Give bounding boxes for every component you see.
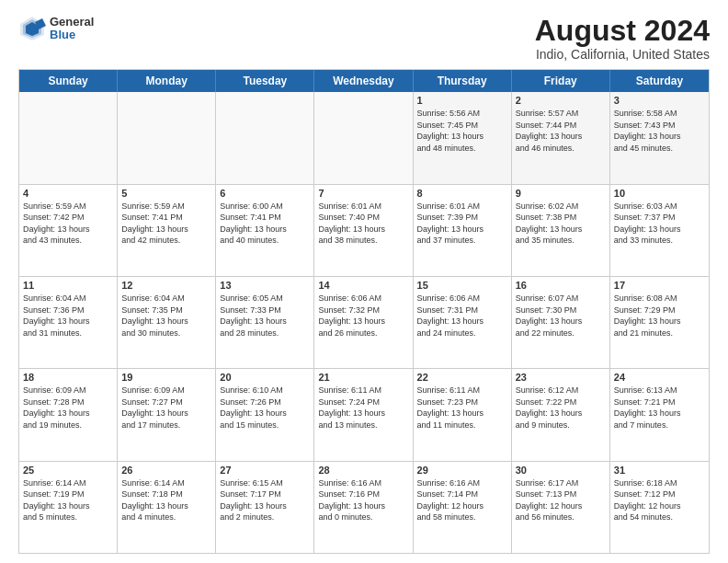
cell-info: Sunrise: 6:15 AM Sunset: 7:17 PM Dayligh… [220,477,310,523]
header-saturday: Saturday [610,70,709,92]
table-row: 16Sunrise: 6:07 AM Sunset: 7:30 PM Dayli… [512,277,610,368]
day-number: 11 [23,280,113,291]
table-row: 5Sunrise: 5:59 AM Sunset: 7:41 PM Daylig… [118,185,216,276]
header-sunday: Sunday [19,70,118,92]
cell-info: Sunrise: 6:11 AM Sunset: 7:23 PM Dayligh… [417,385,507,431]
cell-info: Sunrise: 6:04 AM Sunset: 7:35 PM Dayligh… [121,293,211,339]
logo-text: General Blue [50,16,94,42]
day-number: 3 [614,95,705,106]
cell-info: Sunrise: 6:09 AM Sunset: 7:28 PM Dayligh… [23,385,113,431]
day-number: 16 [516,280,606,291]
table-row [216,92,314,183]
day-number: 14 [318,280,408,291]
day-number: 30 [516,465,606,476]
cell-info: Sunrise: 6:06 AM Sunset: 7:32 PM Dayligh… [318,293,408,339]
table-row: 1Sunrise: 5:56 AM Sunset: 7:45 PM Daylig… [414,92,512,183]
table-row [314,92,413,183]
table-row: 12Sunrise: 6:04 AM Sunset: 7:35 PM Dayli… [118,277,216,368]
cell-info: Sunrise: 5:56 AM Sunset: 7:45 PM Dayligh… [417,108,507,154]
cell-info: Sunrise: 6:03 AM Sunset: 7:37 PM Dayligh… [614,201,705,247]
title-block: August 2024 Indio, California, United St… [535,15,710,62]
cell-info: Sunrise: 6:00 AM Sunset: 7:41 PM Dayligh… [220,201,310,247]
cell-info: Sunrise: 6:06 AM Sunset: 7:31 PM Dayligh… [417,293,507,339]
cell-info: Sunrise: 6:10 AM Sunset: 7:26 PM Dayligh… [220,385,310,431]
cell-info: Sunrise: 6:01 AM Sunset: 7:40 PM Dayligh… [318,201,408,247]
day-number: 5 [121,188,211,199]
cell-info: Sunrise: 6:13 AM Sunset: 7:21 PM Dayligh… [614,385,705,431]
day-number: 23 [516,372,606,383]
calendar-row-0: 1Sunrise: 5:56 AM Sunset: 7:45 PM Daylig… [19,92,709,184]
day-number: 15 [417,280,507,291]
calendar-subtitle: Indio, California, United States [535,47,710,62]
table-row: 27Sunrise: 6:15 AM Sunset: 7:17 PM Dayli… [216,462,314,553]
table-row: 24Sunrise: 6:13 AM Sunset: 7:21 PM Dayli… [610,369,709,460]
day-number: 22 [417,372,507,383]
day-number: 13 [220,280,310,291]
cell-info: Sunrise: 6:11 AM Sunset: 7:24 PM Dayligh… [318,385,408,431]
table-row: 20Sunrise: 6:10 AM Sunset: 7:26 PM Dayli… [216,369,314,460]
header-thursday: Thursday [414,70,512,92]
day-number: 26 [121,465,211,476]
day-number: 10 [614,188,705,199]
day-number: 17 [614,280,705,291]
table-row: 17Sunrise: 6:08 AM Sunset: 7:29 PM Dayli… [610,277,709,368]
day-number: 24 [614,372,705,383]
table-row: 7Sunrise: 6:01 AM Sunset: 7:40 PM Daylig… [314,185,413,276]
calendar-body: 1Sunrise: 5:56 AM Sunset: 7:45 PM Daylig… [19,92,709,553]
table-row: 28Sunrise: 6:16 AM Sunset: 7:16 PM Dayli… [314,462,413,553]
cell-info: Sunrise: 6:17 AM Sunset: 7:13 PM Dayligh… [516,477,606,523]
calendar-row-2: 11Sunrise: 6:04 AM Sunset: 7:36 PM Dayli… [19,277,709,369]
table-row: 11Sunrise: 6:04 AM Sunset: 7:36 PM Dayli… [19,277,118,368]
table-row: 3Sunrise: 5:58 AM Sunset: 7:43 PM Daylig… [610,92,709,183]
table-row: 31Sunrise: 6:18 AM Sunset: 7:12 PM Dayli… [610,462,709,553]
cell-info: Sunrise: 5:59 AM Sunset: 7:42 PM Dayligh… [23,201,113,247]
table-row: 14Sunrise: 6:06 AM Sunset: 7:32 PM Dayli… [314,277,413,368]
header-wednesday: Wednesday [314,70,413,92]
cell-info: Sunrise: 6:01 AM Sunset: 7:39 PM Dayligh… [417,201,507,247]
header-friday: Friday [512,70,610,92]
cell-info: Sunrise: 6:08 AM Sunset: 7:29 PM Dayligh… [614,293,705,339]
day-number: 18 [23,372,113,383]
calendar-row-1: 4Sunrise: 5:59 AM Sunset: 7:42 PM Daylig… [19,185,709,277]
day-number: 12 [121,280,211,291]
table-row: 30Sunrise: 6:17 AM Sunset: 7:13 PM Dayli… [512,462,610,553]
table-row [118,92,216,183]
calendar-row-3: 18Sunrise: 6:09 AM Sunset: 7:28 PM Dayli… [19,369,709,461]
cell-info: Sunrise: 6:12 AM Sunset: 7:22 PM Dayligh… [516,385,606,431]
cell-info: Sunrise: 6:18 AM Sunset: 7:12 PM Dayligh… [614,477,705,523]
day-number: 4 [23,188,113,199]
table-row: 9Sunrise: 6:02 AM Sunset: 7:38 PM Daylig… [512,185,610,276]
table-row: 2Sunrise: 5:57 AM Sunset: 7:44 PM Daylig… [512,92,610,183]
day-number: 25 [23,465,113,476]
calendar-row-4: 25Sunrise: 6:14 AM Sunset: 7:19 PM Dayli… [19,462,709,553]
day-number: 2 [516,95,606,106]
cell-info: Sunrise: 6:16 AM Sunset: 7:14 PM Dayligh… [417,477,507,523]
table-row: 19Sunrise: 6:09 AM Sunset: 7:27 PM Dayli… [118,369,216,460]
day-number: 27 [220,465,310,476]
table-row: 8Sunrise: 6:01 AM Sunset: 7:39 PM Daylig… [414,185,512,276]
calendar-header: Sunday Monday Tuesday Wednesday Thursday… [19,70,709,92]
table-row: 22Sunrise: 6:11 AM Sunset: 7:23 PM Dayli… [414,369,512,460]
header-tuesday: Tuesday [216,70,314,92]
cell-info: Sunrise: 6:09 AM Sunset: 7:27 PM Dayligh… [121,385,211,431]
day-number: 8 [417,188,507,199]
table-row: 29Sunrise: 6:16 AM Sunset: 7:14 PM Dayli… [414,462,512,553]
cell-info: Sunrise: 6:14 AM Sunset: 7:18 PM Dayligh… [121,477,211,523]
header-monday: Monday [118,70,216,92]
logo-icon [18,15,46,42]
day-number: 7 [318,188,408,199]
table-row: 15Sunrise: 6:06 AM Sunset: 7:31 PM Dayli… [414,277,512,368]
table-row: 10Sunrise: 6:03 AM Sunset: 7:37 PM Dayli… [610,185,709,276]
logo: General Blue [18,15,94,42]
table-row: 18Sunrise: 6:09 AM Sunset: 7:28 PM Dayli… [19,369,118,460]
calendar: Sunday Monday Tuesday Wednesday Thursday… [18,69,710,554]
table-row: 21Sunrise: 6:11 AM Sunset: 7:24 PM Dayli… [314,369,413,460]
day-number: 1 [417,95,507,106]
day-number: 6 [220,188,310,199]
day-number: 21 [318,372,408,383]
logo-blue: Blue [50,29,94,41]
cell-info: Sunrise: 6:16 AM Sunset: 7:16 PM Dayligh… [318,477,408,523]
table-row [19,92,118,183]
cell-info: Sunrise: 6:04 AM Sunset: 7:36 PM Dayligh… [23,293,113,339]
table-row: 6Sunrise: 6:00 AM Sunset: 7:41 PM Daylig… [216,185,314,276]
